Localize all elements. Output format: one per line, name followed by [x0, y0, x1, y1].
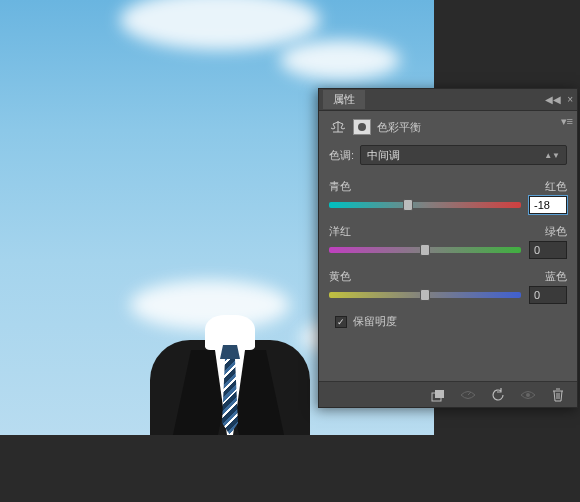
cloud-shape	[120, 0, 320, 50]
slider-right-label: 绿色	[545, 224, 567, 239]
suit-figure-image	[140, 315, 320, 435]
tone-select-value: 中间调	[367, 148, 400, 163]
color-balance-slider[interactable]	[329, 247, 521, 253]
layer-mask-icon[interactable]	[353, 119, 371, 135]
slider-thumb[interactable]	[403, 199, 413, 211]
panel-collapse-icon[interactable]: ◀◀	[545, 94, 561, 105]
visibility-icon[interactable]	[515, 385, 541, 405]
workspace-bg-bottom	[0, 435, 580, 502]
tone-label: 色调:	[329, 148, 354, 163]
balance-scales-icon	[329, 119, 347, 135]
panel-menu-icon[interactable]: ▾≡	[561, 115, 573, 128]
slider-left-label: 青色	[329, 179, 351, 194]
slider-right-label: 蓝色	[545, 269, 567, 284]
adjustment-title: 色彩平衡	[377, 120, 421, 135]
chevron-updown-icon: ▲▼	[544, 151, 560, 160]
panel-close-icon[interactable]: ×	[567, 94, 573, 105]
trash-icon[interactable]	[545, 385, 571, 405]
slider-value-input[interactable]: -18	[529, 196, 567, 214]
slider-thumb[interactable]	[420, 289, 430, 301]
slider-left-label: 黄色	[329, 269, 351, 284]
cloud-shape	[280, 40, 400, 80]
slider-right-label: 红色	[545, 179, 567, 194]
tone-select[interactable]: 中间调 ▲▼	[360, 145, 567, 165]
reset-icon[interactable]	[485, 385, 511, 405]
svg-point-2	[526, 393, 530, 397]
color-balance-slider[interactable]	[329, 202, 521, 208]
properties-panel: 属性 ◀◀ × ▾≡ 色彩平衡 色调: 中间调 ▲▼ 青色红色-18洋红绿色0黄…	[318, 88, 578, 408]
clip-to-layer-icon[interactable]	[425, 385, 451, 405]
view-previous-icon[interactable]	[455, 385, 481, 405]
svg-rect-1	[435, 390, 444, 398]
tab-properties[interactable]: 属性	[323, 90, 365, 109]
color-balance-slider[interactable]	[329, 292, 521, 298]
preserve-luminosity-checkbox[interactable]: ✓	[335, 316, 347, 328]
slider-value-input[interactable]: 0	[529, 286, 567, 304]
slider-value-input[interactable]: 0	[529, 241, 567, 259]
slider-thumb[interactable]	[420, 244, 430, 256]
preserve-luminosity-label: 保留明度	[353, 314, 397, 329]
slider-left-label: 洋红	[329, 224, 351, 239]
